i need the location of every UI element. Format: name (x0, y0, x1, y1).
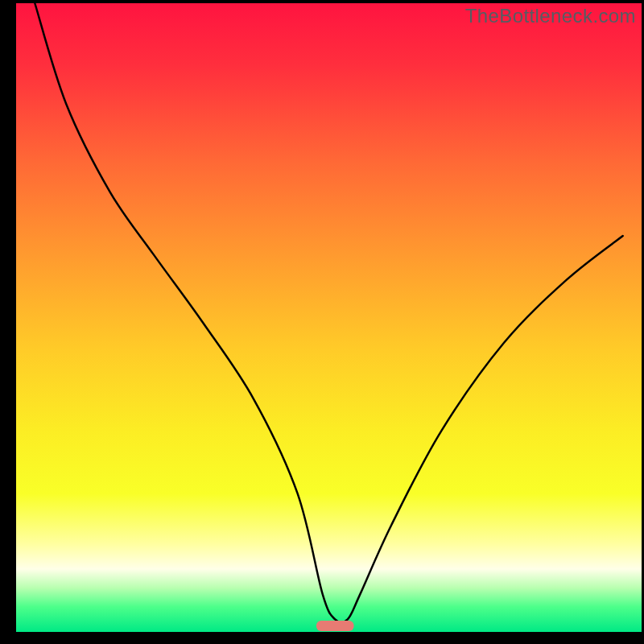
watermark-text: TheBottleneck.com (465, 5, 636, 27)
plot-background (16, 3, 642, 632)
optimal-range-marker (316, 621, 354, 631)
chart-frame: TheBottleneck.com (0, 0, 644, 644)
bottleneck-chart (0, 0, 644, 644)
